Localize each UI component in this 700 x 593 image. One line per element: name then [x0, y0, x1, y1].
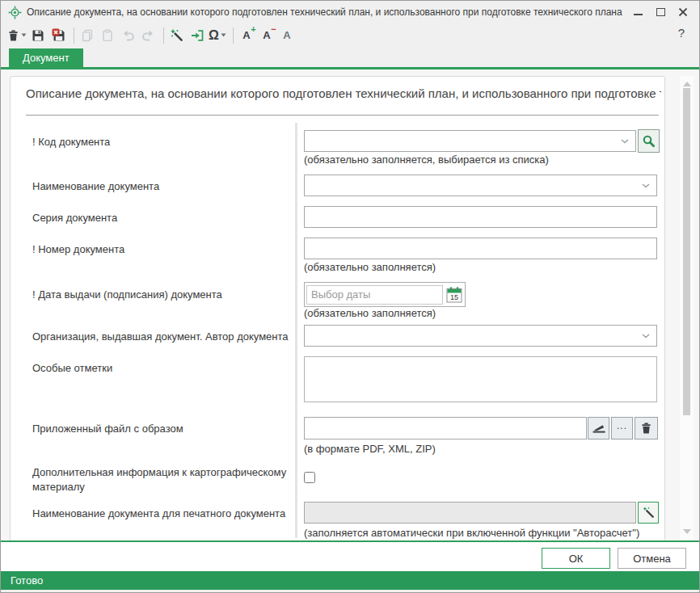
label-organization: Организация, выдавшая документ. Автор до… [32, 330, 293, 344]
trash-icon [7, 29, 19, 42]
label-special-notes: Особые отметки [32, 361, 293, 376]
paste-icon [101, 29, 114, 42]
geodetic-point-icon [7, 5, 22, 19]
help-button[interactable]: ? [673, 26, 689, 40]
form-heading: Описание документа, на основании которог… [26, 86, 661, 100]
print-doc-name-input [304, 502, 636, 524]
copy-icon [81, 29, 94, 42]
doc-code-select[interactable] [304, 130, 636, 152]
tab-document[interactable]: Документ [9, 48, 83, 67]
issue-date-field: 15 [304, 282, 466, 307]
arrow-up-icon [683, 82, 691, 86]
save-close-icon [52, 28, 65, 42]
save-and-close-button[interactable] [49, 26, 67, 45]
autocalc-button[interactable] [168, 26, 186, 45]
special-notes-textarea[interactable] [304, 356, 657, 402]
scan-button[interactable] [588, 417, 609, 439]
window-controls [626, 2, 694, 22]
arrow-down-icon [683, 529, 691, 534]
redo-button [139, 26, 157, 45]
titlebar: Описание документа, на основании которог… [1, 1, 699, 23]
window-title: Описание документа, на основании которог… [27, 6, 626, 18]
doc-series-input[interactable] [304, 206, 657, 228]
search-icon [642, 134, 656, 148]
undo-button [119, 26, 137, 45]
toolbar-separator [74, 27, 74, 44]
toolbar-separator [233, 27, 234, 44]
browse-file-button[interactable]: ... [611, 417, 633, 439]
calendar-icon: 15 [446, 286, 462, 303]
extra-map-info-checkbox[interactable] [304, 472, 315, 483]
font-reset-icon: A [280, 29, 293, 41]
tab-label: Документ [23, 52, 70, 64]
minimize-button[interactable] [626, 2, 649, 22]
hint-doc-code: (обязательно заполняется, выбирается из … [304, 154, 549, 166]
close-icon [678, 7, 688, 17]
ok-button[interactable]: ОК [542, 548, 610, 569]
vertical-scrollbar[interactable] [680, 76, 694, 540]
form-column-separator [295, 123, 297, 538]
cancel-button[interactable]: Отмена [618, 548, 686, 569]
toolbar: Ω A+ A− A ? [1, 23, 699, 47]
goto-button[interactable] [188, 26, 206, 45]
ellipsis-icon: ... [617, 421, 627, 435]
chevron-down-icon [21, 33, 27, 37]
attached-file-input[interactable] [304, 417, 587, 439]
bottom-strip [1, 590, 699, 593]
save-button[interactable] [29, 26, 47, 45]
font-decrease-button[interactable]: A− [258, 26, 276, 45]
trash-icon [640, 422, 652, 435]
label-extra-map-info: Дополнительная информация к картографиче… [32, 465, 293, 494]
calendar-button[interactable]: 15 [445, 285, 463, 305]
chevron-down-icon [621, 139, 629, 144]
label-doc-code: ! Код документа [32, 135, 293, 149]
footer: ОК Отмена [1, 542, 699, 571]
font-reset-button[interactable]: A [278, 26, 296, 45]
content-area: Описание документа, на основании которог… [1, 69, 699, 542]
chevron-down-icon [221, 33, 226, 37]
maximize-icon [656, 8, 665, 16]
hint-issue-date: (обязательно заполняется) [304, 307, 436, 319]
maximize-button[interactable] [649, 2, 672, 22]
copy-button [78, 26, 96, 45]
scrollbar-thumb[interactable] [683, 88, 690, 415]
heading-divider [26, 115, 659, 116]
delete-button[interactable] [7, 26, 27, 45]
chevron-down-icon [642, 334, 650, 339]
font-increase-icon: A+ [240, 29, 252, 41]
svg-text:15: 15 [450, 293, 458, 301]
label-doc-number: ! Номер документа [32, 242, 293, 257]
close-button[interactable] [672, 2, 694, 22]
minimize-icon [634, 14, 643, 15]
magic-wand-icon [643, 507, 655, 519]
doc-code-search-button[interactable] [638, 129, 660, 153]
issue-date-input[interactable] [306, 285, 443, 305]
scanner-icon [592, 423, 606, 434]
status-text: Готово [11, 574, 43, 587]
label-issue-date: ! Дата выдачи (подписания) документа [32, 288, 293, 302]
font-decrease-icon: A− [260, 29, 272, 41]
label-doc-name: Наименование документа [32, 179, 293, 194]
label-attached-file: Приложенный файл с образом [32, 422, 293, 436]
tabstrip: Документ [1, 47, 699, 69]
dialog-window: Описание документа, на основании которог… [0, 0, 700, 593]
hint-doc-number: (обязательно заполняется) [304, 261, 436, 273]
statusbar: Готово [1, 571, 699, 590]
omega-icon: Ω [209, 29, 219, 42]
paste-button [99, 26, 116, 45]
hint-print-doc-name: (заполняется автоматически при включенно… [304, 527, 639, 539]
organization-select[interactable] [304, 325, 657, 347]
special-symbol-button[interactable]: Ω [209, 26, 226, 45]
form-panel: Описание документа, на основании которог… [10, 76, 665, 541]
doc-name-select[interactable] [304, 175, 657, 196]
hint-attached-file: (в формате PDF, XML, ZIP) [304, 443, 436, 455]
doc-number-input[interactable] [304, 238, 657, 259]
font-increase-button[interactable]: A+ [238, 26, 255, 45]
scroll-down-button[interactable] [680, 525, 694, 538]
label-print-doc-name: Наименование документа для печатного док… [32, 507, 293, 521]
autofill-wand-button[interactable] [638, 502, 659, 524]
save-icon [32, 29, 44, 42]
label-doc-series: Серия документа [32, 211, 293, 225]
undo-icon [121, 28, 135, 42]
remove-file-button[interactable] [635, 417, 658, 439]
